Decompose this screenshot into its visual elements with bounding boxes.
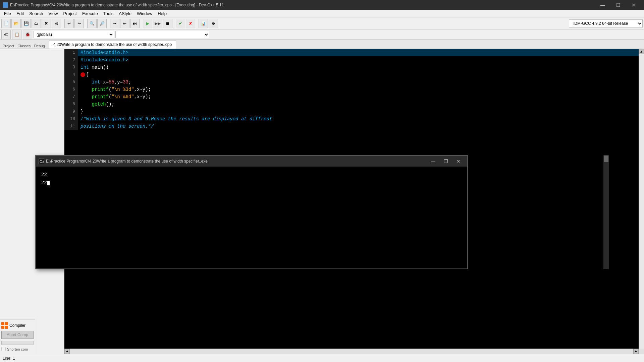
debug-btn[interactable]: 🐞 xyxy=(23,30,32,39)
cursor-blink xyxy=(47,181,50,185)
file-tab-label: 4.20Write a program to demonstrate the u… xyxy=(53,42,172,47)
search-btn[interactable]: 🔍 xyxy=(87,19,97,28)
secondary-toolbar: 🏷 📋 🐞 (globals) xyxy=(0,29,644,40)
menu-file[interactable]: File xyxy=(1,10,14,17)
console-scrollbar[interactable] xyxy=(603,155,609,269)
replace-btn[interactable]: 🔎 xyxy=(97,19,107,28)
unindent-btn[interactable]: ⇤ xyxy=(120,19,129,28)
compiler-tab-row: Compiler xyxy=(1,322,34,329)
close-file-button[interactable]: ✖ xyxy=(42,19,51,28)
code-line-3: 3 int main() xyxy=(64,64,644,71)
scroll-right-arrow[interactable]: ▶ xyxy=(633,349,639,354)
tab-left-project[interactable]: Project xyxy=(1,43,15,49)
console-window: C:\ E:\Practice Programs\C\4.20Write a p… xyxy=(35,155,468,269)
console-minimize[interactable]: — xyxy=(427,157,439,166)
line-code-1: #include<stdio.h> xyxy=(78,49,644,56)
console-maximize[interactable]: ❐ xyxy=(440,157,452,166)
line-num-7: 7 xyxy=(64,93,78,101)
menu-edit[interactable]: Edit xyxy=(14,10,26,17)
line-code-7: printf("\n %6d",x-y); xyxy=(78,93,644,101)
line-num-5: 5 xyxy=(64,78,78,86)
redo-button[interactable]: ↪ xyxy=(74,19,84,28)
status-bar: Line: 1 xyxy=(0,354,644,362)
run-btn[interactable]: ▶▶ xyxy=(153,19,162,28)
indent-btn[interactable]: ⇥ xyxy=(110,19,119,28)
code-line-9: 9 } xyxy=(64,108,644,115)
menu-astyle[interactable]: AStyle xyxy=(116,10,134,17)
shorten-label: Shorten com xyxy=(7,347,28,351)
compiler-icon xyxy=(1,322,8,329)
maximize-button[interactable]: ❐ xyxy=(610,0,626,10)
app-icon xyxy=(3,2,8,8)
file-tab[interactable]: 4.20Write a program to demonstrate the u… xyxy=(49,41,176,49)
chart-btn[interactable]: 📊 xyxy=(199,19,208,28)
line-num-9: 9 xyxy=(64,108,78,115)
console-output-2: 22 xyxy=(41,179,462,187)
output-value-2: 22 xyxy=(41,180,47,185)
menu-view[interactable]: View xyxy=(46,10,61,17)
menu-window[interactable]: Window xyxy=(134,10,155,17)
line-code-3: int main() xyxy=(78,64,644,71)
stop-btn[interactable]: ⏹ xyxy=(163,19,172,28)
code-line-1: 1 #include<stdio.h> xyxy=(64,49,644,56)
scroll-corner xyxy=(639,349,644,354)
save-all-button[interactable]: 🗂 xyxy=(32,19,41,28)
globals-select[interactable]: (globals) xyxy=(34,31,114,38)
shorten-checkbox[interactable] xyxy=(1,347,6,351)
console-title-text: E:\Practice Programs\C\4.20Write a progr… xyxy=(46,159,208,164)
menu-project[interactable]: Project xyxy=(61,10,79,17)
compiler-panel: Compiler Abort Comp Shorten com xyxy=(0,319,35,354)
function-select[interactable] xyxy=(115,31,209,38)
menu-tools[interactable]: Tools xyxy=(101,10,116,17)
line-code-2: #include<conio.h> xyxy=(78,56,644,64)
menu-bar: File Edit Search View Project Execute To… xyxy=(0,10,644,17)
line-code-11: positions on the screen.*/ xyxy=(78,123,644,130)
console-close[interactable]: ✕ xyxy=(452,157,465,166)
new-button[interactable]: 📄 xyxy=(1,19,11,28)
compile-btn[interactable]: ▶ xyxy=(143,19,152,28)
abort-compile-button[interactable]: Abort Comp xyxy=(1,331,34,339)
editor-scrollbar[interactable]: ▲ ▼ xyxy=(639,49,644,354)
tab-left-classes[interactable]: Classes xyxy=(16,43,32,49)
console-title-bar: C:\ E:\Practice Programs\C\4.20Write a p… xyxy=(36,156,467,167)
compiler-label[interactable]: Compiler xyxy=(9,323,25,328)
line-num-2: 2 xyxy=(64,56,78,64)
undo-button[interactable]: ↩ xyxy=(64,19,74,28)
code-line-2: 2 #include<conio.h> xyxy=(64,56,644,64)
menu-execute[interactable]: Execute xyxy=(79,10,101,17)
code-line-11: 11 positions on the screen.*/ xyxy=(64,123,644,130)
menu-help[interactable]: Help xyxy=(155,10,169,17)
settings-btn[interactable]: ⚙ xyxy=(209,19,218,28)
save-button[interactable]: 💾 xyxy=(21,19,31,28)
minimize-button[interactable]: — xyxy=(595,0,610,10)
close-button[interactable]: ✕ xyxy=(626,0,641,10)
scope-btn[interactable]: 📋 xyxy=(12,30,21,39)
compiler-select[interactable]: TDM-GCC 4.9.2 64-bit Release xyxy=(569,19,643,27)
open-button[interactable]: 📂 xyxy=(11,19,21,28)
title-bar: E:\Practice Programs\C\4.20Write a progr… xyxy=(0,0,644,10)
code-line-8: 8 getch(); xyxy=(64,101,644,108)
horizontal-scrollbar[interactable]: ◀ ▶ xyxy=(64,349,639,354)
console-scrollbar-thumb[interactable] xyxy=(604,156,608,162)
line-code-10: /*Width is given 3 and 6.Hence the resul… xyxy=(78,115,644,123)
tab-left-debug[interactable]: Debug xyxy=(33,43,46,49)
menu-search[interactable]: Search xyxy=(26,10,46,17)
scroll-up-arrow[interactable]: ▲ xyxy=(639,49,644,54)
code-line-4: 4 { xyxy=(64,71,644,78)
jump-btn[interactable]: ⏭ xyxy=(130,19,140,28)
console-icon: C:\ xyxy=(39,159,44,164)
line-code-4: { xyxy=(78,71,644,78)
class-btn[interactable]: 🏷 xyxy=(1,30,11,39)
check-btn[interactable]: ✔ xyxy=(176,19,185,28)
close-btn2[interactable]: ✘ xyxy=(186,19,195,28)
console-output-1: 22 xyxy=(41,171,462,179)
line-value: 1 xyxy=(13,356,15,361)
code-line-7: 7 printf("\n %6d",x-y); xyxy=(64,93,644,101)
scroll-left-arrow[interactable]: ◀ xyxy=(64,349,70,354)
line-num-1: 1 xyxy=(64,49,78,56)
window-title: E:\Practice Programs\C\4.20Write a progr… xyxy=(10,3,224,7)
print-button[interactable]: 🖨 xyxy=(52,19,61,28)
code-line-10: 10 /*Width is given 3 and 6.Hence the re… xyxy=(64,115,644,123)
output-value-1: 22 xyxy=(41,172,47,177)
code-content: 1 #include<stdio.h> 2 #include<conio.h> … xyxy=(64,49,644,130)
